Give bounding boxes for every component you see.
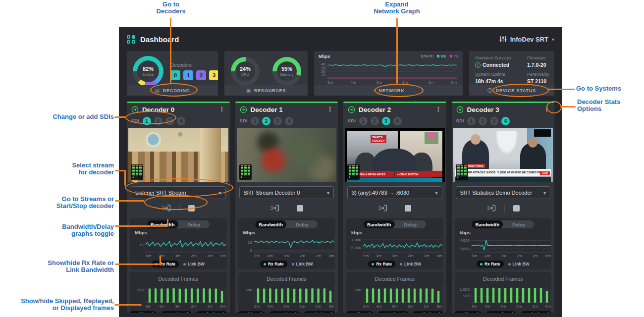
bandwidth-delay-toggle: Bandwidth Delay xyxy=(147,220,210,228)
displayed-legend-pill[interactable]: Displayed xyxy=(304,311,335,313)
svg-text:2m: 2m xyxy=(516,305,522,309)
bandwidth-toggle[interactable]: Bandwidth xyxy=(364,220,395,228)
services-key: Haivision Services xyxy=(475,55,512,60)
frames-panel: Decoded Frames 1,0005005m4m3m2m1m0m Skip… xyxy=(455,272,552,313)
delay-toggle[interactable]: Delay xyxy=(178,220,210,228)
bandwidth-toggle[interactable]: Bandwidth xyxy=(472,220,503,228)
sdi-chip-2[interactable]: 2 xyxy=(371,117,379,125)
stop-decoder-button[interactable] xyxy=(297,205,303,211)
delay-toggle[interactable]: Delay xyxy=(395,220,426,228)
rx-rate-legend-pill[interactable]: Rx Rate xyxy=(368,261,395,267)
stream-select[interactable]: SRT Stream Decoder 0▾ xyxy=(239,186,334,199)
decoder-chip-3[interactable]: 3 xyxy=(209,70,218,80)
svg-text:4m: 4m xyxy=(484,305,490,309)
replayed-legend-pill[interactable]: Replayed xyxy=(486,311,516,313)
goto-streams-button[interactable] xyxy=(378,204,387,212)
kebab-menu-icon[interactable]: ⋮ xyxy=(327,107,333,112)
svg-text:4m: 4m xyxy=(159,305,164,309)
goto-streams-button[interactable] xyxy=(486,204,496,212)
sdi-chip-1[interactable]: 1 xyxy=(251,117,259,125)
sdi-chip-3[interactable]: 3 xyxy=(273,117,282,125)
link-bw-legend[interactable]: Link BW xyxy=(400,262,421,266)
svg-text:6,500: 6,500 xyxy=(351,246,361,250)
kebab-menu-icon[interactable]: ⋮ xyxy=(435,107,442,112)
sdi-chip-1[interactable]: 1 xyxy=(359,117,368,125)
svg-text:5m: 5m xyxy=(327,81,333,85)
stop-decoder-button[interactable] xyxy=(405,205,411,211)
decoded-frames-title: Decoded Frames xyxy=(457,276,550,282)
sdi-chip-2[interactable]: 2 xyxy=(479,117,487,125)
check-icon: ✓ xyxy=(475,62,481,68)
bandwidth-panel: Bandwidth Delay kbps 7,0006,5005m4m3m2m1… xyxy=(346,218,443,269)
svg-text:4m: 4m xyxy=(484,254,490,258)
decoded-frames-title: Decoded Frames xyxy=(240,276,333,282)
decoded-frames-chart: 5005m4m3m2m1m0m xyxy=(348,282,445,308)
decoder-chip-1[interactable]: 1 xyxy=(183,70,193,80)
sdi-chip-3[interactable]: 3 xyxy=(490,117,498,125)
skipped-legend-pill[interactable]: Skipped xyxy=(346,311,374,313)
displayed-legend-pill[interactable]: Displayed xyxy=(413,311,444,313)
sdi-chip-4[interactable]: 4 xyxy=(285,117,293,125)
annotation-go-to-systems: Go to Systems xyxy=(576,85,621,92)
rx-rate-legend-pill[interactable]: Rx Rate xyxy=(477,261,504,267)
svg-text:500: 500 xyxy=(355,288,361,292)
skipped-legend-pill[interactable]: Skipped xyxy=(129,311,157,313)
svg-text:3m: 3m xyxy=(392,254,397,258)
annotation-line xyxy=(167,219,168,226)
svg-text:2m: 2m xyxy=(516,254,522,258)
displayed-legend-pill[interactable]: Displayed xyxy=(196,311,227,313)
stream-select[interactable]: SRT Statistics Demo Decoder▾ xyxy=(456,186,551,199)
replayed-legend-pill[interactable]: Replayed xyxy=(378,311,408,313)
decoder-chip-2[interactable]: 2 xyxy=(196,70,206,80)
frames-panel: Decoded Frames 5005m4m3m2m1m0m Skipped R… xyxy=(346,272,443,313)
device-menu[interactable]: InfoDev SRT ▾ xyxy=(499,36,554,43)
sdi-chip-4[interactable]: 4 xyxy=(393,117,402,125)
svg-text:5m: 5m xyxy=(472,254,477,258)
services-value: ✓Connected xyxy=(475,62,522,68)
decoder-active-icon xyxy=(240,106,247,113)
svg-text:5m: 5m xyxy=(363,254,369,258)
video-thumbnail: 1 xyxy=(128,128,228,182)
resources-icon: ▣ xyxy=(246,88,251,93)
link-bw-legend[interactable]: Link BW xyxy=(292,262,313,266)
replayed-legend-pill[interactable]: Replayed xyxy=(269,311,300,313)
goto-resources-button[interactable]: ▣ RESOURCES xyxy=(224,85,308,96)
network-unit-label: Mbps xyxy=(319,54,330,59)
dashboard-window: Dashboard InfoDev SRT ▾ 82%In Use Decode… xyxy=(119,27,562,317)
bandwidth-toggle[interactable]: Bandwidth xyxy=(255,220,286,228)
svg-text:4m: 4m xyxy=(267,254,272,258)
displayed-legend-pill[interactable]: Displayed xyxy=(521,311,552,313)
link-bw-legend[interactable]: Link BW xyxy=(183,262,205,266)
stop-decoder-button[interactable] xyxy=(513,205,520,211)
sdi-chip-4[interactable]: 4 xyxy=(177,117,185,125)
delay-toggle[interactable]: Delay xyxy=(286,220,318,228)
link-bw-legend[interactable]: Link BW xyxy=(508,262,530,266)
svg-text:5: 5 xyxy=(250,249,252,253)
skipped-legend-pill[interactable]: Skipped xyxy=(454,311,482,313)
in-use-percent: 82% xyxy=(143,66,154,72)
decoded-frames-title: Decoded Frames xyxy=(132,276,225,282)
annotation-go-to-decoders: Go to Decoders xyxy=(146,1,196,15)
svg-text:3m: 3m xyxy=(283,305,289,309)
kebab-menu-icon[interactable]: ⋮ xyxy=(219,107,225,112)
sdi-chip-2[interactable]: 2 xyxy=(262,117,270,125)
svg-text:3m: 3m xyxy=(175,305,180,309)
svg-text:3m: 3m xyxy=(283,254,289,258)
skipped-legend-pill[interactable]: Skipped xyxy=(237,311,265,313)
replayed-legend-pill[interactable]: Replayed xyxy=(161,311,192,313)
sdi-chip-3[interactable]: 3 xyxy=(382,117,390,125)
svg-text:4,000: 4,000 xyxy=(459,239,469,243)
stream-select[interactable]: 3) (any):49783 → :6030▾ xyxy=(347,186,442,199)
bandwidth-toggle[interactable]: Bandwidth xyxy=(147,220,178,228)
decoder-card-3: Decoder 3 ⋮ SDI 1 2 3 4 MONEY TRIAL MP A… xyxy=(452,102,555,313)
sdi-chip-1[interactable]: 1 xyxy=(467,117,476,125)
sdi-chip-4[interactable]: 4 xyxy=(501,117,510,125)
page-title: Dashboard xyxy=(140,35,179,44)
decoder-chip-0[interactable]: 0 xyxy=(170,70,180,80)
annotation-line xyxy=(396,18,398,84)
decoder-title: Decoder 3 xyxy=(467,106,499,113)
goto-streams-button[interactable] xyxy=(270,204,279,212)
svg-text:1m: 1m xyxy=(424,305,429,309)
rx-rate-legend-pill[interactable]: Rx Rate xyxy=(260,261,287,267)
delay-toggle[interactable]: Delay xyxy=(503,220,534,228)
